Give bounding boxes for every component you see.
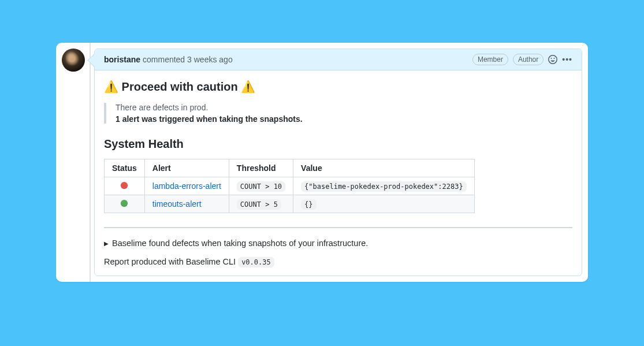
blockquote-line2: 1 alert was triggered when taking the sn… (116, 114, 572, 124)
threshold-value: COUNT > 5 (237, 199, 281, 210)
defects-summary[interactable]: Baselime found defects when taking snaps… (104, 239, 572, 248)
comment-wrap: boristane commented 3 weeks ago Member A… (56, 43, 588, 282)
threshold-value: COUNT > 10 (237, 181, 285, 192)
th-alert: Alert (144, 159, 229, 177)
emoji-icon[interactable] (548, 55, 557, 64)
divider (104, 227, 572, 228)
system-health-heading: System Health (104, 137, 572, 151)
more-icon[interactable]: ••• (562, 55, 572, 64)
cell-value: {} (301, 199, 316, 210)
alert-link[interactable]: lambda-errors-alert (152, 181, 221, 191)
badge-member: Member (472, 54, 508, 65)
author-link[interactable]: boristane (104, 55, 140, 64)
comment-card: boristane commented 3 weeks ago Member A… (56, 43, 588, 282)
th-status: Status (105, 159, 145, 177)
th-threshold: Threshold (229, 159, 293, 177)
comment-action: commented (143, 55, 185, 64)
header-actions: Member Author ••• (472, 54, 572, 65)
badge-author: Author (513, 54, 544, 65)
comment-time[interactable]: 3 weeks ago (187, 55, 233, 64)
cell-value: {"baselime-pokedex-prod-pokedex":2283} (301, 181, 467, 192)
report-line: Report produced with Baselime CLI v0.0.3… (104, 257, 572, 266)
warning-heading: ⚠️ Proceed with caution ⚠️ (104, 80, 572, 94)
status-dot-red (121, 182, 128, 189)
alert-link[interactable]: timeouts-alert (152, 199, 202, 209)
th-value: Value (293, 159, 475, 177)
avatar[interactable] (62, 49, 85, 72)
comment-bubble: boristane commented 3 weeks ago Member A… (94, 49, 582, 276)
table-row: lambda-errors-alert COUNT > 10 {"baselim… (105, 177, 475, 195)
comment-body: ⚠️ Proceed with caution ⚠️ There are def… (95, 70, 582, 276)
warning-icon: ⚠️ (241, 80, 255, 93)
cli-version: v0.0.35 (238, 257, 274, 267)
health-table: Status Alert Threshold Value lambda-erro… (104, 159, 475, 213)
warning-icon: ⚠️ (104, 80, 118, 93)
table-row: timeouts-alert COUNT > 5 {} (105, 195, 475, 213)
defects-details[interactable]: Baselime found defects when taking snaps… (104, 239, 572, 248)
blockquote-line1: There are defects in prod. (116, 103, 572, 112)
blockquote: There are defects in prod. 1 alert was t… (104, 103, 572, 124)
status-dot-green (121, 200, 128, 207)
comment-header: boristane commented 3 weeks ago Member A… (95, 49, 582, 70)
